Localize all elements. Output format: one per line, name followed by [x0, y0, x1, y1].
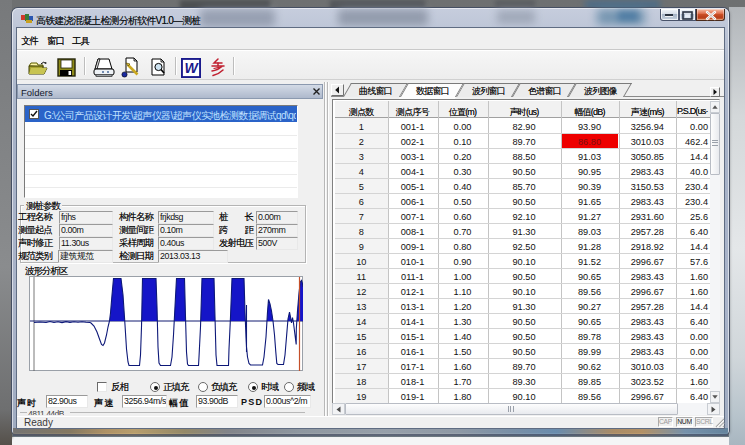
- svg-text:W: W: [184, 60, 199, 76]
